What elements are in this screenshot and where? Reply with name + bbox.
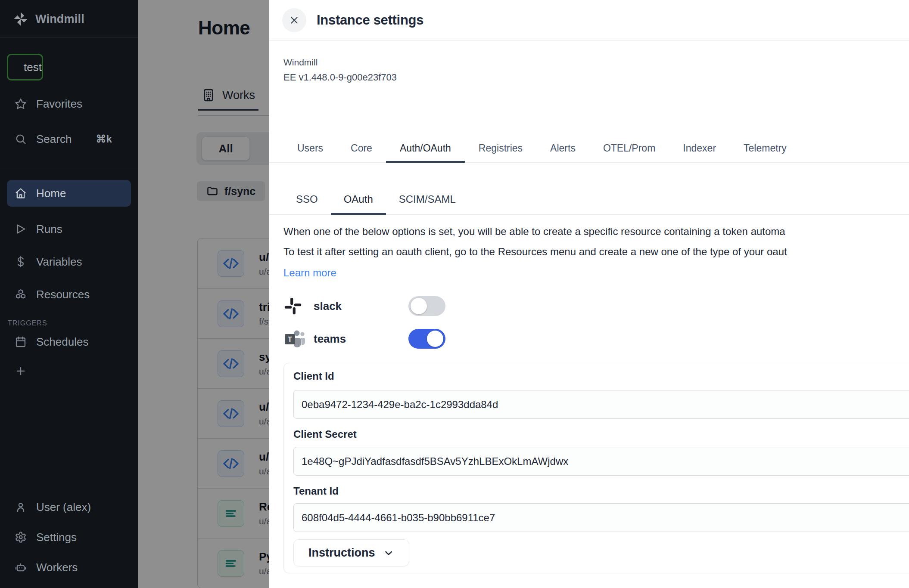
sidebar-item-runs[interactable]: Runs xyxy=(7,219,131,239)
sidebar-item-user[interactable]: User (alex) xyxy=(7,497,131,517)
tab-users[interactable]: Users xyxy=(283,139,337,163)
sidebar-divider xyxy=(0,166,138,166)
svg-text:T: T xyxy=(288,336,292,343)
instance-settings-drawer: Instance settings Windmill EE v1.448.0-9… xyxy=(269,0,909,588)
subtab-scim-saml[interactable]: SCIM/SAML xyxy=(386,191,469,215)
sidebar-item-schedules[interactable]: Schedules xyxy=(7,331,131,352)
tab-auth-oauth[interactable]: Auth/OAuth xyxy=(386,139,465,163)
instructions-button[interactable]: Instructions xyxy=(293,539,409,566)
provider-label: teams xyxy=(314,332,346,346)
subtab-oauth[interactable]: OAuth xyxy=(331,191,386,215)
provider-label: slack xyxy=(314,300,342,313)
teams-oauth-card: Client Id Client Secret Tenant Id Instru… xyxy=(283,363,909,573)
tab-core[interactable]: Core xyxy=(337,139,386,163)
slack-toggle[interactable] xyxy=(408,296,445,316)
triggers-section-label: TRIGGERS xyxy=(8,319,138,327)
client-id-label: Client Id xyxy=(293,370,334,382)
workspace-name: test xyxy=(24,61,42,74)
tab-registries[interactable]: Registries xyxy=(465,139,536,163)
tab-alerts[interactable]: Alerts xyxy=(536,139,589,163)
sidebar-item-workers[interactable]: Workers xyxy=(7,557,131,578)
version-block: Windmill EE v1.448.0-9-g00e23f703 xyxy=(283,57,397,83)
sidebar: Windmill test Favorites Search ⌘k xyxy=(0,0,138,588)
sidebar-item-favorites[interactable]: Favorites xyxy=(7,93,131,114)
close-button[interactable] xyxy=(282,8,306,32)
drawer-header: Instance settings xyxy=(269,0,909,41)
sidebar-add-button[interactable] xyxy=(7,361,131,381)
sidebar-item-resources[interactable]: Resources xyxy=(7,284,131,305)
sidebar-item-search[interactable]: Search ⌘k xyxy=(7,129,131,149)
workspace-selector[interactable]: test xyxy=(7,54,43,80)
oauth-description-line1: When one of the below options is set, yo… xyxy=(283,226,909,238)
oauth-description-line2: To test it after setting an oauth client… xyxy=(283,246,909,258)
teams-toggle[interactable] xyxy=(408,329,445,349)
windmill-logo-icon xyxy=(13,11,28,27)
provider-row-slack: slack xyxy=(283,295,342,317)
sidebar-item-settings[interactable]: Settings xyxy=(7,527,131,548)
robot-icon xyxy=(15,561,27,573)
version-label: EE v1.448.0-9-g00e23f703 xyxy=(283,72,397,83)
client-id-input[interactable] xyxy=(293,390,909,419)
app-logo[interactable]: Windmill xyxy=(0,0,138,37)
app-name: Windmill xyxy=(283,57,397,68)
play-icon xyxy=(15,223,27,235)
learn-more-link[interactable]: Learn more xyxy=(283,267,336,279)
search-shortcut: ⌘k xyxy=(96,133,112,145)
tenant-id-input[interactable] xyxy=(293,503,909,532)
drawer-title: Instance settings xyxy=(317,12,423,28)
tab-otel-prom[interactable]: OTEL/Prom xyxy=(589,139,669,163)
teams-icon: T xyxy=(283,328,308,349)
boxes-icon xyxy=(15,288,27,300)
sidebar-divider xyxy=(0,37,138,37)
plus-icon xyxy=(15,365,27,377)
auth-subtabs: SSO OAuth SCIM/SAML xyxy=(269,191,909,215)
calendar-icon xyxy=(15,336,27,348)
gear-icon xyxy=(15,531,27,543)
home-icon xyxy=(15,187,27,199)
tab-telemetry[interactable]: Telemetry xyxy=(730,139,800,163)
search-icon xyxy=(15,133,27,145)
sidebar-account-section: User (alex) Settings Workers xyxy=(0,497,138,578)
sidebar-item-variables[interactable]: Variables xyxy=(7,251,131,272)
client-secret-label: Client Secret xyxy=(293,428,357,440)
user-icon xyxy=(15,501,27,513)
sidebar-item-home[interactable]: Home xyxy=(7,180,131,207)
settings-tabs: Users Core Auth/OAuth Registries Alerts … xyxy=(269,139,909,163)
tenant-id-label: Tenant Id xyxy=(293,485,339,497)
dollar-icon xyxy=(15,256,27,268)
subtab-sso[interactable]: SSO xyxy=(283,191,331,215)
chevron-down-icon xyxy=(383,548,394,559)
provider-row-teams: T teams xyxy=(283,328,346,350)
client-secret-input[interactable] xyxy=(293,447,909,476)
windmill-app: Windmill test Favorites Search ⌘k xyxy=(0,0,909,588)
app-title: Windmill xyxy=(35,12,84,26)
toggle-knob xyxy=(427,331,443,347)
slack-icon xyxy=(283,297,308,316)
toggle-knob xyxy=(411,298,427,314)
close-icon xyxy=(289,15,300,26)
star-icon xyxy=(15,98,27,110)
tab-indexer[interactable]: Indexer xyxy=(669,139,730,163)
